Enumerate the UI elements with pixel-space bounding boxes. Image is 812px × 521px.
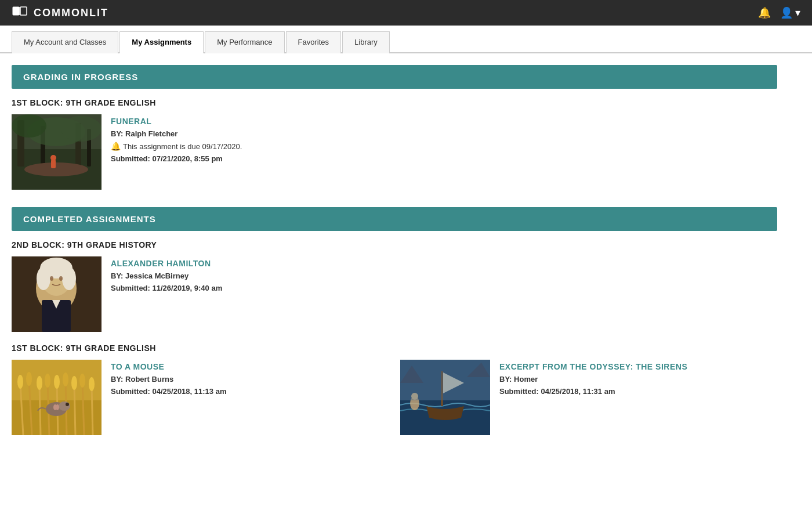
mouse-row: TO A MOUSE BY: Robert Burns Submitted: 0… [12, 360, 389, 435]
tab-library[interactable]: Library [342, 31, 390, 53]
svg-point-21 [50, 276, 53, 281]
svg-point-20 [62, 267, 76, 290]
mouse-thumb-svg [12, 360, 102, 435]
nav-icons: 🔔 👤 ▾ [758, 6, 801, 19]
svg-line-33 [74, 384, 75, 435]
svg-line-29 [39, 384, 41, 435]
completed-class-block-history: 2ND BLOCK: 9TH GRADE HISTORY [12, 240, 777, 332]
assignment-row: FUNERAL BY: Ralph Fletcher 🔔 This assign… [12, 114, 777, 190]
funeral-due: 🔔 This assignment is due 09/17/2020. [111, 142, 242, 151]
mouse-submitted: Submitted: 04/25/2018, 11:13 am [111, 387, 226, 396]
odyssey-row: EXCERPT FROM THE ODYSSEY: THE SIRENS BY:… [400, 360, 777, 435]
funeral-submitted: Submitted: 07/21/2020, 8:55 pm [111, 154, 242, 163]
tab-bar: My Account and Classes My Assignments My… [0, 26, 812, 53]
svg-point-22 [59, 276, 63, 281]
svg-point-44 [89, 377, 95, 391]
svg-rect-10 [51, 160, 56, 168]
svg-line-35 [92, 385, 93, 435]
svg-rect-0 [13, 7, 19, 15]
svg-point-38 [37, 376, 42, 390]
hamilton-thumbnail [12, 256, 102, 332]
grading-header: GRADING IN PROGRESS [12, 65, 777, 89]
funeral-thumbnail [12, 114, 102, 190]
mouse-thumbnail [12, 360, 102, 435]
svg-point-19 [37, 267, 50, 290]
due-bell-icon: 🔔 [111, 142, 121, 151]
english-class-title: 1ST BLOCK: 9TH GRADE ENGLISH [12, 343, 777, 353]
tab-account[interactable]: My Account and Classes [12, 31, 118, 53]
svg-point-37 [26, 372, 32, 386]
svg-point-49 [56, 404, 59, 410]
odyssey-thumb-svg [400, 360, 490, 435]
logo-text: COMMONLIT [34, 7, 108, 19]
odyssey-title[interactable]: EXCERPT FROM THE ODYSSEY: THE SIRENS [499, 362, 687, 371]
tab-assignments[interactable]: My Assignments [119, 31, 204, 53]
svg-point-9 [24, 162, 88, 176]
svg-point-43 [79, 374, 85, 388]
logo-icon [12, 5, 28, 21]
funeral-thumb-svg [12, 114, 102, 190]
svg-point-39 [45, 374, 50, 388]
hamilton-author: BY: Jessica McBirney [111, 272, 222, 280]
user-icon[interactable]: 👤 ▾ [780, 6, 801, 19]
odyssey-author: BY: Homer [499, 375, 687, 383]
tab-favorites[interactable]: Favorites [286, 31, 341, 53]
completed-header: COMPLETED ASSIGNMENTS [12, 207, 777, 231]
hamilton-info: ALEXANDER HAMILTON BY: Jessica McBirney … [111, 256, 222, 292]
svg-point-40 [54, 375, 60, 389]
svg-point-46 [59, 401, 70, 411]
history-class-title: 2ND BLOCK: 9TH GRADE HISTORY [12, 240, 777, 249]
english-assignments-grid: TO A MOUSE BY: Robert Burns Submitted: 0… [12, 360, 777, 444]
svg-point-47 [66, 403, 69, 406]
tab-performance[interactable]: My Performance [205, 31, 284, 53]
grading-section: GRADING IN PROGRESS 1ST BLOCK: 9TH GRADE… [12, 65, 777, 190]
svg-point-41 [63, 372, 68, 386]
mouse-info: TO A MOUSE BY: Robert Burns Submitted: 0… [111, 360, 226, 396]
mouse-author: BY: Robert Burns [111, 375, 226, 383]
odyssey-info: EXCERPT FROM THE ODYSSEY: THE SIRENS BY:… [499, 360, 687, 396]
bell-icon[interactable]: 🔔 [758, 6, 771, 19]
grading-class-title: 1ST BLOCK: 9TH GRADE ENGLISH [12, 98, 777, 107]
hamilton-thumb-svg [12, 256, 102, 332]
hamilton-title[interactable]: ALEXANDER HAMILTON [111, 259, 222, 268]
svg-rect-58 [400, 360, 490, 400]
funeral-info: FUNERAL BY: Ralph Fletcher 🔔 This assign… [111, 114, 242, 163]
main-content: GRADING IN PROGRESS 1ST BLOCK: 9TH GRADE… [0, 53, 789, 473]
odyssey-submitted: Submitted: 04/25/2018, 11:31 am [499, 387, 687, 396]
svg-point-36 [17, 375, 23, 389]
top-nav: COMMONLIT 🔔 👤 ▾ [0, 0, 812, 26]
svg-rect-1 [20, 7, 27, 15]
funeral-author: BY: Ralph Fletcher [111, 129, 242, 138]
hamilton-row: ALEXANDER HAMILTON BY: Jessica McBirney … [12, 256, 777, 332]
svg-point-11 [50, 155, 56, 161]
grading-class-block: 1ST BLOCK: 9TH GRADE ENGLISH [12, 98, 777, 190]
logo[interactable]: COMMONLIT [12, 5, 108, 21]
completed-class-block-english: 1ST BLOCK: 9TH GRADE ENGLISH [12, 343, 777, 444]
svg-point-13 [12, 114, 46, 138]
completed-section: COMPLETED ASSIGNMENTS 2ND BLOCK: 9TH GRA… [12, 207, 777, 444]
mouse-title[interactable]: TO A MOUSE [111, 362, 226, 371]
svg-point-42 [71, 376, 77, 390]
funeral-title[interactable]: FUNERAL [111, 117, 242, 126]
hamilton-submitted: Submitted: 11/26/2019, 9:40 am [111, 284, 222, 292]
odyssey-thumbnail [400, 360, 490, 435]
svg-point-14 [61, 116, 102, 142]
